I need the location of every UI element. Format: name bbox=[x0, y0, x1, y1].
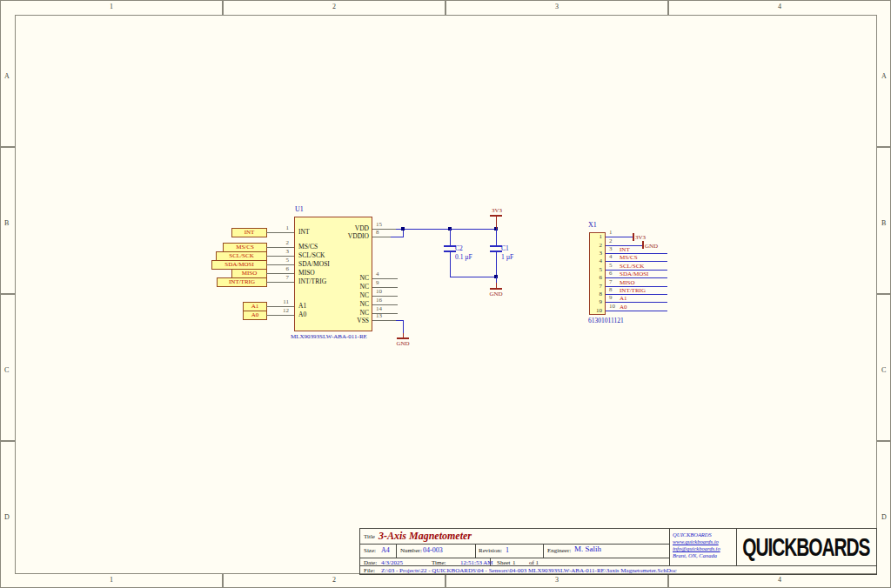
u1-pin-name: VDD bbox=[331, 225, 369, 232]
zone-label-left: C bbox=[4, 366, 9, 374]
date-label: Date: bbox=[364, 559, 377, 566]
port-int-trig[interactable]: INT/TRIG bbox=[217, 277, 267, 287]
u1-pin-number: 13 bbox=[376, 312, 382, 319]
u1-pin-name: INT bbox=[298, 229, 310, 236]
wire-c1 bbox=[496, 252, 497, 277]
u1-pin-number: 5 bbox=[273, 257, 289, 264]
u1-pin-name: NC bbox=[331, 292, 369, 299]
title-block-line bbox=[475, 544, 476, 558]
net-label-int-trig[interactable]: INT/TRIG bbox=[620, 287, 646, 294]
net-label-miso[interactable]: MISO bbox=[620, 279, 635, 286]
wire-vss bbox=[403, 320, 404, 333]
company-name: QUICKBOARDS bbox=[673, 531, 712, 538]
u1-pin-name: A0 bbox=[298, 311, 306, 318]
x1-pin-number: 1 bbox=[609, 229, 613, 236]
c2-value: 0.1 µF bbox=[455, 254, 472, 261]
zone-tick bbox=[876, 440, 890, 442]
u1-pin-name: SDA/MOSI bbox=[298, 261, 330, 268]
port-a0[interactable]: A0 bbox=[243, 311, 267, 320]
net-label-a1[interactable]: A1 bbox=[620, 295, 627, 302]
zone-label-top: 3 bbox=[446, 3, 668, 10]
junction-dot bbox=[401, 227, 405, 231]
title-block-line bbox=[543, 544, 544, 558]
number-value: 04-003 bbox=[423, 546, 443, 554]
title-block-line bbox=[360, 558, 669, 558]
gnd-symbol-bar bbox=[490, 288, 502, 290]
u1-pin-line bbox=[266, 315, 294, 316]
u1-pin-name: NC bbox=[331, 275, 369, 282]
c1-value: 1 µF bbox=[501, 254, 513, 261]
zone-label-right: D bbox=[881, 513, 887, 521]
power-3v3-stem bbox=[496, 217, 497, 229]
time-label: Time: bbox=[432, 559, 446, 566]
x1-pin-number-inner: 2 bbox=[590, 242, 602, 249]
port-int[interactable]: INT bbox=[231, 228, 267, 237]
u1-pin-number: 10 bbox=[376, 288, 382, 295]
wire-vss bbox=[396, 320, 403, 321]
zone-label-bottom: 3 bbox=[446, 576, 668, 584]
wire-c1 bbox=[496, 229, 497, 245]
gnd-symbol-label[interactable]: GND bbox=[485, 291, 507, 297]
net-label-a0[interactable]: A0 bbox=[620, 304, 627, 311]
u1-pin-line bbox=[266, 282, 294, 283]
size-label: Size: bbox=[364, 547, 376, 554]
zone-label-bottom: 4 bbox=[668, 576, 891, 584]
file-label: File: bbox=[364, 567, 375, 574]
title-block: Title 3-Axis Magnetometer Size: A4 Numbe… bbox=[359, 528, 877, 575]
u1-pin-name: MISO bbox=[298, 270, 315, 277]
u1-pin-number: 15 bbox=[376, 221, 382, 228]
sheet-value: 1 bbox=[512, 559, 516, 566]
sheet-of: of 1 bbox=[529, 559, 539, 566]
file-path: Z:\03 - Projects\22 - QUICKBOARDS\04 - S… bbox=[381, 567, 677, 575]
zone-label-left: B bbox=[4, 219, 9, 227]
x1-pin-number-inner: 3 bbox=[590, 250, 602, 257]
x1-wire bbox=[606, 294, 667, 295]
gnd-symbol-label[interactable]: GND bbox=[392, 340, 414, 347]
wire-vddio bbox=[391, 237, 403, 237]
gnd-symbol-label[interactable]: GND bbox=[645, 243, 658, 250]
gnd-symbol-bar bbox=[642, 241, 644, 249]
power-3v3-symbol[interactable]: 3V3 bbox=[635, 234, 646, 241]
capacitor-c1[interactable] bbox=[490, 245, 502, 247]
u1-pin-number: 6 bbox=[273, 265, 289, 272]
u1-pin-name: VDDIO bbox=[331, 233, 369, 240]
number-label: Number: bbox=[400, 547, 422, 554]
zone-label-bottom: 2 bbox=[223, 576, 446, 584]
u1-pin-name: NC bbox=[331, 301, 369, 308]
x1-pin-number-inner: 6 bbox=[590, 274, 602, 281]
x1-pin-number-inner: 5 bbox=[590, 266, 602, 273]
x1-pin-number: 4 bbox=[609, 253, 613, 260]
zone-tick bbox=[1, 146, 15, 148]
net-label-scl-sck[interactable]: SCL/SCK bbox=[620, 263, 644, 270]
title-block-line bbox=[669, 529, 670, 565]
company-logo-box: QUICKBOARDS bbox=[736, 529, 876, 565]
u1-pin-name: NC bbox=[331, 310, 369, 317]
zone-label-left: D bbox=[4, 513, 10, 521]
zone-tick bbox=[876, 146, 890, 148]
x1-pin-number: 2 bbox=[609, 237, 613, 244]
u1-pin-name: VSS bbox=[331, 317, 369, 324]
company-website-link[interactable]: www.quickboards.io bbox=[673, 538, 719, 545]
u1-pin-name: A1 bbox=[298, 303, 306, 310]
x1-designator: X1 bbox=[588, 221, 597, 229]
x1-pin-number: 10 bbox=[609, 303, 615, 310]
x1-pin-number-inner: 10 bbox=[590, 307, 602, 314]
zone-label-right: A bbox=[881, 72, 887, 80]
wire-gnd bbox=[496, 277, 497, 283]
capacitor-c2[interactable] bbox=[444, 245, 456, 247]
x1-pin-number: 8 bbox=[609, 286, 613, 293]
x1-wire bbox=[606, 277, 667, 278]
engineer-label: Engineer: bbox=[547, 547, 571, 554]
x1-pin-number: 9 bbox=[609, 294, 613, 301]
x1-pin-number: 7 bbox=[609, 278, 613, 285]
company-email-link[interactable]: info@quickboards.io bbox=[673, 545, 720, 552]
zone-label-top: 4 bbox=[668, 3, 891, 10]
net-label-ms-cs[interactable]: MS/CS bbox=[620, 254, 638, 261]
power-3v3-symbol[interactable]: 3V3 bbox=[486, 207, 508, 214]
zone-label-left: A bbox=[4, 72, 10, 80]
zone-tick bbox=[1, 440, 15, 442]
net-label-sda-mosi[interactable]: SDA/MOSI bbox=[620, 271, 648, 277]
wire-c2 bbox=[450, 252, 451, 277]
net-label-int[interactable]: INT bbox=[620, 246, 630, 253]
time-value: 12:51:53 AM bbox=[460, 559, 493, 567]
